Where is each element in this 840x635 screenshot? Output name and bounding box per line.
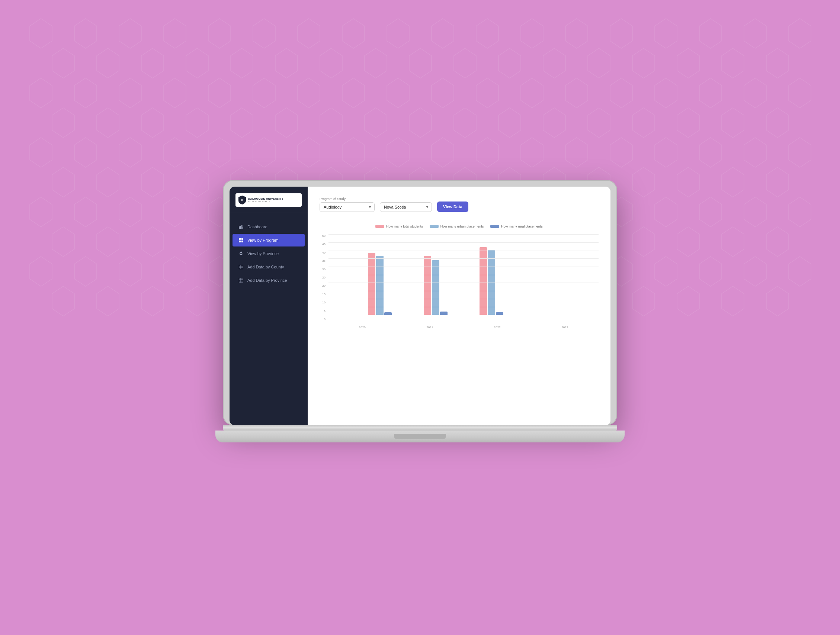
bar-rural-2022	[496, 312, 503, 315]
chart-legend: How many total students How many urban p…	[320, 225, 598, 228]
svg-marker-71	[74, 137, 97, 167]
y-axis-label: 5	[320, 309, 325, 313]
svg-marker-87	[789, 137, 811, 167]
svg-marker-140	[30, 257, 52, 286]
y-axis-label: 10	[320, 301, 325, 304]
y-axis-label: 15	[320, 293, 325, 296]
svg-marker-65	[588, 108, 610, 137]
y-axis-label: 30	[320, 268, 325, 271]
y-axis-label: 45	[320, 243, 325, 246]
svg-marker-173	[722, 286, 744, 316]
program-select[interactable]: Audiology Physiotherapy Occupational The…	[320, 202, 374, 212]
bar-group-2022	[480, 247, 503, 315]
svg-marker-19	[97, 48, 119, 78]
svg-marker-79	[431, 137, 454, 167]
legend-urban: How many urban placements	[429, 225, 484, 228]
x-axis: 2020202120222023	[328, 323, 598, 329]
app-content: D DALHOUSIE UNIVERSITY FACULTY OF HEALTH	[229, 187, 611, 425]
svg-marker-156	[744, 257, 766, 286]
svg-marker-125	[141, 227, 164, 257]
svg-marker-25	[365, 48, 387, 78]
program-label: Program of Study	[320, 197, 374, 201]
svg-marker-45	[476, 78, 499, 108]
legend-total-students: How many total students	[375, 225, 423, 228]
svg-marker-123	[52, 227, 74, 257]
svg-marker-85	[699, 137, 722, 167]
chart-container: How many total students How many urban p…	[320, 221, 598, 329]
svg-marker-136	[632, 227, 655, 257]
svg-marker-63	[499, 108, 521, 137]
dalhousie-shield-icon: D	[238, 195, 246, 205]
province-select-wrapper: Nova Scotia Ontario British Columbia Alb…	[380, 202, 432, 212]
sidebar-navigation: Dashboard View by P	[229, 213, 308, 294]
svg-marker-86	[744, 137, 766, 167]
table-county-icon	[238, 264, 244, 269]
svg-marker-26	[409, 48, 431, 78]
svg-marker-33	[722, 48, 744, 78]
svg-marker-56	[186, 108, 208, 137]
bar-urban-2020	[376, 256, 384, 315]
svg-marker-32	[677, 48, 699, 78]
svg-marker-8	[387, 19, 409, 48]
svg-marker-60	[365, 108, 387, 137]
sidebar-item-view-by-program[interactable]: View by Program	[232, 234, 305, 246]
y-axis-label: 25	[320, 276, 325, 279]
svg-marker-61	[409, 108, 431, 137]
sidebar-item-add-data-county[interactable]: Add Data by County	[232, 261, 305, 273]
svg-marker-41	[298, 78, 320, 108]
sidebar-item-dashboard[interactable]: Dashboard	[232, 221, 305, 233]
svg-marker-104	[766, 167, 789, 197]
svg-marker-5	[253, 19, 275, 48]
sidebar-item-add-data-county-label: Add Data by County	[247, 265, 284, 269]
svg-marker-14	[655, 19, 677, 48]
x-axis-label: 2022	[494, 326, 501, 329]
svg-marker-68	[722, 108, 744, 137]
svg-marker-74	[208, 137, 231, 167]
province-select-group: Nova Scotia Ontario British Columbia Alb…	[380, 202, 432, 212]
svg-marker-108	[164, 197, 186, 227]
sidebar: D DALHOUSIE UNIVERSITY FACULTY OF HEALTH	[229, 187, 308, 425]
svg-marker-34	[766, 48, 789, 78]
svg-marker-80	[476, 137, 499, 167]
svg-marker-72	[119, 137, 141, 167]
chart-area: 05101520253035404550	[320, 234, 598, 329]
svg-marker-83	[610, 137, 632, 167]
legend-urban-label: How many urban placements	[441, 225, 484, 228]
svg-marker-67	[677, 108, 699, 137]
program-select-wrapper: Audiology Physiotherapy Occupational The…	[320, 202, 374, 212]
bar-total-2020	[368, 253, 375, 315]
y-axis: 05101520253035404550	[320, 234, 328, 329]
svg-rect-182	[239, 241, 241, 243]
y-axis-label: 50	[320, 234, 325, 238]
sidebar-item-add-data-province[interactable]: Add Data by Province	[232, 274, 305, 287]
svg-marker-107	[119, 197, 141, 227]
legend-dot-blue-light	[429, 225, 439, 228]
svg-marker-121	[744, 197, 766, 227]
svg-marker-69	[766, 108, 789, 137]
svg-marker-16	[744, 19, 766, 48]
svg-rect-176	[239, 227, 240, 229]
svg-marker-122	[789, 197, 811, 227]
bar-chart-icon	[238, 224, 244, 229]
svg-marker-171	[632, 286, 655, 316]
y-axis-label: 0	[320, 317, 325, 321]
bar-group-2021	[424, 256, 447, 315]
svg-marker-52	[789, 78, 811, 108]
laptop-screen: D DALHOUSIE UNIVERSITY FACULTY OF HEALTH	[223, 180, 617, 425]
logo-area: D DALHOUSIE UNIVERSITY FACULTY OF HEALTH	[229, 187, 308, 213]
bar-group-2020	[368, 253, 392, 315]
svg-marker-102	[677, 167, 699, 197]
logo-faculty-name: FACULTY OF HEALTH	[248, 200, 283, 203]
svg-marker-174	[766, 286, 789, 316]
laptop-notch	[394, 434, 446, 439]
svg-marker-84	[655, 137, 677, 167]
bar-rural-2021	[440, 312, 447, 315]
svg-marker-43	[387, 78, 409, 108]
svg-marker-77	[342, 137, 365, 167]
x-axis-label: 2020	[359, 326, 366, 329]
view-data-button[interactable]: View Data	[437, 202, 468, 212]
svg-marker-76	[298, 137, 320, 167]
sidebar-item-view-by-province[interactable]: View by Province	[232, 247, 305, 260]
province-select[interactable]: Nova Scotia Ontario British Columbia Alb…	[380, 202, 432, 212]
svg-marker-88	[52, 167, 74, 197]
